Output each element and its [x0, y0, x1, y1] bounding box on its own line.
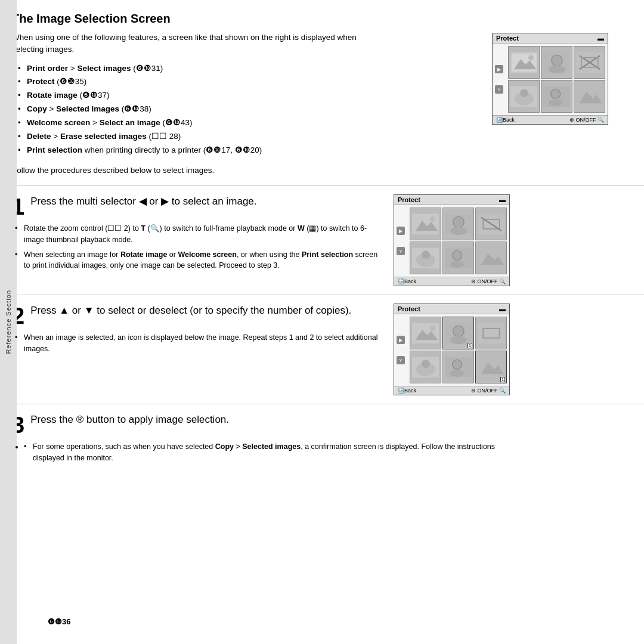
svg-point-3 — [528, 55, 533, 60]
camera-thumb-1 — [508, 46, 540, 79]
svg-point-21 — [429, 216, 435, 222]
svg-rect-42 — [478, 323, 505, 343]
step2-thumb-4 — [410, 351, 441, 383]
step-1-camera-ui: Protect ▬ ▶ Y — [394, 194, 513, 286]
svg-point-30 — [422, 250, 430, 259]
camera-thumb-6 — [574, 80, 605, 113]
feature-item-6: Delete > Erase selected images (☐☐ 28) — [18, 130, 388, 144]
step-1-bullet-1: Rotate the zoom control (☐☐ 2) to T (🔍) … — [15, 223, 382, 246]
step1-y-btn: Y — [397, 247, 405, 255]
svg-point-46 — [422, 360, 430, 368]
step-1-bullet-2: When selecting an image for Rotate image… — [15, 249, 382, 272]
step2-thumb-1 — [410, 317, 441, 349]
main-content: Protect ▬ ▶ Y — [12, 0, 644, 464]
step2-side-btns: ▶ Y — [394, 314, 407, 386]
sidebar: Reference Section — [0, 0, 17, 644]
feature-item-3: Rotate image (❻❿37) — [18, 89, 388, 103]
svg-rect-36 — [412, 323, 439, 343]
step1-thumb-6 — [475, 242, 507, 274]
step1-thumb-1 — [410, 208, 441, 240]
step1-play-btn: ▶ — [397, 227, 405, 235]
svg-point-33 — [450, 261, 464, 267]
svg-point-24 — [450, 227, 467, 235]
step2-grid — [407, 314, 509, 386]
camera-y-btn: Y — [495, 85, 503, 94]
feature-list: Print order > Select images (❻❿31) Prote… — [18, 62, 388, 158]
svg-point-49 — [450, 370, 464, 376]
svg-point-41 — [450, 336, 467, 344]
camera-side-buttons: ▶ Y — [493, 44, 506, 115]
camera-thumb-3 — [574, 46, 605, 79]
svg-point-40 — [453, 326, 463, 336]
step2-back-label: 🔙Back — [398, 388, 416, 394]
camera-thumb-2 — [541, 46, 572, 79]
page-footer: ❻❿36 — [48, 617, 70, 626]
step-1-section: 1 Press the multi selector ◀ or ▶ to sel… — [12, 185, 644, 286]
svg-point-32 — [452, 250, 462, 260]
feature-item-7: Print selection when printing directly t… — [18, 144, 388, 157]
step-2-bullets: When an image is selected, an icon is di… — [15, 332, 382, 355]
sidebar-label: Reference Section — [5, 290, 12, 354]
step-3-section: 3 Press the ® button to apply image sele… — [12, 404, 644, 464]
feature-item-4: Copy > Selected images (❻❿38) — [18, 103, 388, 116]
step-2-bullet-1: When an image is selected, an icon is di… — [15, 332, 382, 355]
camera-header-label: Protect — [496, 35, 519, 42]
step2-y-btn: Y — [397, 356, 405, 364]
intro-text: When using one of the following features… — [12, 32, 382, 56]
step1-cam-footer: 🔙Back ⊛ ON/OFF 🔍 — [394, 277, 509, 286]
feature-item-5: Welcome screen > Select an image (❻❿43) — [18, 116, 388, 130]
step-2-title: 2 Press ▲ or ▼ to select or deselect (or… — [12, 304, 382, 327]
svg-point-5 — [551, 55, 562, 66]
step-1-content: 1 Press the multi selector ◀ or ▶ to sel… — [12, 194, 382, 275]
step-2-content: 2 Press ▲ or ▼ to select or deselect (or… — [12, 304, 382, 358]
step1-thumb-5 — [442, 242, 474, 274]
step2-thumb-5 — [442, 351, 474, 383]
page-number: ❻❿36 — [48, 617, 70, 626]
svg-point-38 — [429, 326, 435, 331]
svg-point-13 — [520, 89, 528, 97]
camera-back-label: 🔙Back — [496, 117, 515, 123]
feature-item-2: Protect (❻❿35) — [18, 75, 388, 89]
step-3-title: 3 Press the ® button to apply image sele… — [12, 413, 644, 436]
camera-grid — [506, 44, 608, 115]
step1-thumb-4 — [410, 242, 441, 274]
step2-cam-battery: ▬ — [499, 305, 506, 312]
camera-thumb-5 — [541, 80, 572, 113]
step2-thumb-3 — [475, 317, 507, 349]
step-1-bullets: Rotate the zoom control (☐☐ 2) to T (🔍) … — [15, 223, 382, 271]
step-3-bullets: For some operations, such as when you ha… — [24, 441, 501, 464]
camera-footer: 🔙Back ⊛ ON/OFF 🔍 — [493, 115, 608, 124]
step2-cam-body: ▶ Y — [394, 314, 509, 386]
step1-side-btns: ▶ Y — [394, 205, 407, 277]
step-2-section: 2 Press ▲ or ▼ to select or deselect (or… — [12, 295, 644, 395]
camera-onoff-label: ⊛ ON/OFF 🔍 — [569, 117, 604, 123]
step2-cam-footer: 🔙Back ⊛ ON/OFF 🔍 — [394, 386, 509, 395]
step1-cam-body: ▶ Y — [394, 205, 509, 277]
step1-thumb-3 — [475, 208, 507, 240]
camera-thumb-4 — [508, 80, 540, 113]
step1-grid — [407, 205, 509, 277]
step2-cam-label: Protect — [398, 305, 420, 312]
top-camera-ui: Protect ▬ ▶ Y — [492, 33, 608, 125]
feature-item-1: Print order > Select images (❻❿31) — [18, 62, 388, 76]
step2-play-btn: ▶ — [397, 336, 405, 344]
step1-cam-label: Protect — [398, 196, 420, 203]
step-3-bullet-1: For some operations, such as when you ha… — [24, 441, 501, 464]
step2-cam-header: Protect ▬ — [394, 304, 509, 314]
step2-thumb-6 — [475, 351, 507, 383]
step1-cam-header: Protect ▬ — [394, 195, 509, 205]
svg-rect-19 — [412, 213, 439, 234]
step2-thumb-2 — [442, 317, 474, 349]
step1-thumb-2 — [442, 208, 474, 240]
svg-point-16 — [549, 99, 562, 106]
step1-back-label: 🔙Back — [398, 278, 416, 284]
svg-point-48 — [452, 360, 462, 369]
step2-onoff-label: ⊛ ON/OFF 🔍 — [471, 388, 506, 394]
svg-point-23 — [453, 216, 463, 227]
step-2-camera-ui: Protect ▬ ▶ Y — [394, 304, 513, 395]
camera-play-btn: ▶ — [495, 65, 503, 73]
camera-battery-icon: ▬ — [597, 35, 604, 42]
step-1-title: 1 Press the multi selector ◀ or ▶ to sel… — [12, 194, 382, 218]
step1-cam-battery: ▬ — [499, 196, 506, 203]
svg-point-15 — [550, 89, 560, 98]
